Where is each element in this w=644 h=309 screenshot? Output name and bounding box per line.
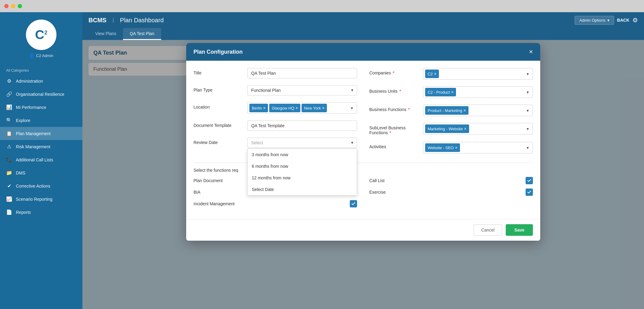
review-date-select[interactable]: Select ▼	[247, 138, 357, 148]
document-template-input[interactable]	[247, 120, 357, 131]
modal-overlay[interactable]: Plan Configuration × Title	[82, 40, 644, 309]
function-row-call-list: Call List	[369, 177, 533, 184]
scenario-reporting-icon: 📈	[6, 196, 12, 202]
business-units-tag-remove[interactable]: ×	[451, 90, 454, 94]
page-title: Plan Dashboard	[120, 17, 164, 24]
sublevel-tag-remove[interactable]: ×	[464, 127, 466, 131]
admin-options-label: Admin Options	[579, 18, 605, 23]
sublevel-business-functions-tags-input[interactable]: Marketing - Website × ▼	[423, 123, 533, 135]
sidebar-logo: C2 👤 C2 Admin	[0, 12, 82, 65]
sidebar-label-administration: Administration	[16, 79, 43, 84]
business-functions-tag-remove[interactable]: ×	[463, 108, 466, 113]
sublevel-business-functions-label: SubLevel Business Functions *	[369, 123, 418, 135]
form-row-sublevel-business-functions: SubLevel Business Functions * Marketing …	[369, 123, 533, 135]
topbar-right: Admin Options ▾ BACK ⚙	[575, 16, 638, 25]
sidebar-item-additional-call-lists[interactable]: 📞 Additional Call Lists	[0, 153, 82, 166]
logo-text: C2	[35, 27, 47, 42]
user-icon: 👤	[29, 53, 34, 58]
business-functions-arrow-icon: ▼	[526, 109, 530, 113]
save-button[interactable]: Save	[506, 224, 533, 236]
dropdown-item-select-date[interactable]: Select Date	[248, 184, 357, 195]
sidebar-item-risk-management[interactable]: ⚠ Risk Management	[0, 140, 82, 153]
dropdown-item-12months[interactable]: 12 months from now	[248, 172, 357, 184]
sidebar-section-label: All Categories	[0, 65, 82, 74]
business-units-arrow-icon: ▼	[526, 90, 530, 95]
sidebar-item-scenario-reporting[interactable]: 📈 Scenario Reporting	[0, 192, 82, 206]
user-label: C2 Admin	[36, 53, 53, 58]
modal-close-button[interactable]: ×	[529, 48, 533, 56]
title-input[interactable]	[247, 68, 357, 78]
form-grid: Title Plan Type	[194, 68, 533, 160]
sidebar-item-dms[interactable]: 📁 DMS	[0, 166, 82, 179]
function-incident-management-checkbox[interactable]	[350, 200, 357, 207]
business-units-tag-c2-product: C2 - Product ×	[425, 88, 456, 96]
business-functions-tag-product-marketing: Product - Marketing ×	[425, 106, 469, 115]
activities-arrow-icon: ▼	[526, 146, 530, 150]
cancel-button[interactable]: Cancel	[474, 224, 502, 236]
sublevel-tag-marketing-website: Marketing - Website ×	[425, 124, 469, 133]
dms-icon: 📁	[6, 170, 12, 176]
form-row-document-template: Document Template	[194, 120, 357, 131]
sidebar-item-explore[interactable]: 🔍 Explore	[0, 114, 82, 127]
window-minimize-button[interactable]	[11, 4, 15, 8]
sidebar-label-organisational-resilience: Organisational Resilience	[16, 92, 64, 97]
function-incident-management-label: Incident Management	[194, 201, 235, 206]
location-tag-glasgow-remove[interactable]: ×	[295, 106, 298, 110]
plan-type-select[interactable]: Functional Plan ▼	[247, 85, 357, 95]
business-units-tags-input[interactable]: C2 - Product × ▼	[423, 86, 533, 98]
sublevel-business-functions-control: Marketing - Website × ▼	[423, 123, 533, 135]
location-tag-newyork-remove[interactable]: ×	[322, 106, 324, 110]
window-maximize-button[interactable]	[18, 4, 22, 8]
review-date-control: Select ▼ 3 months from now 6 months from…	[247, 138, 357, 148]
admin-options-button[interactable]: Admin Options ▾	[575, 16, 614, 25]
sidebar-label-dms: DMS	[16, 171, 25, 175]
logo-circle: C2	[26, 20, 56, 50]
sidebar-item-reports[interactable]: 📄 Reports	[0, 206, 82, 219]
companies-control: C2 × ▼	[423, 68, 533, 80]
location-label: Location	[194, 102, 242, 110]
tab-qa-test-plan[interactable]: QA Test Plan	[123, 28, 161, 40]
form-row-business-units: Business Units * C2 - Product ×	[369, 86, 533, 98]
mi-performance-icon: 📊	[6, 104, 12, 110]
dropdown-item-3months[interactable]: 3 months from now	[248, 149, 357, 160]
function-plan-document-label: Plan Document	[194, 178, 223, 183]
function-exercise-label: Exercise	[369, 190, 386, 195]
sidebar-item-organisational-resilience[interactable]: 🔗 Organisational Resilience	[0, 88, 82, 101]
corrective-actions-icon: ✔	[6, 183, 12, 189]
sidebar-label-mi-performance: MI Performance	[16, 105, 46, 110]
title-label: Title	[194, 68, 242, 75]
function-exercise-checkbox[interactable]	[526, 189, 533, 196]
plan-type-value: Functional Plan	[251, 88, 281, 93]
sidebar-item-corrective-actions[interactable]: ✔ Corrective Actions	[0, 179, 82, 192]
sidebar-item-plan-management[interactable]: 📋 Plan Management	[0, 127, 82, 140]
back-button[interactable]: BACK	[617, 18, 629, 23]
companies-tags-input[interactable]: C2 × ▼	[423, 68, 533, 80]
sidebar: C2 👤 C2 Admin All Categories ⚙ Administr…	[0, 12, 82, 309]
function-row-exercise: Exercise	[369, 189, 533, 196]
modal-body: Title Plan Type	[186, 61, 540, 219]
document-template-label: Document Template	[194, 120, 242, 128]
dropdown-item-6months[interactable]: 6 months from now	[248, 160, 357, 172]
activities-tag-remove[interactable]: ×	[455, 146, 458, 150]
title-bar	[0, 0, 644, 12]
business-functions-label: Business Functions *	[369, 105, 418, 112]
sidebar-item-mi-performance[interactable]: 📊 MI Performance	[0, 101, 82, 114]
companies-tag-c2-remove[interactable]: ×	[434, 72, 436, 76]
function-call-list-checkbox[interactable]	[526, 177, 533, 184]
modal-footer: Cancel Save	[186, 219, 540, 241]
window-close-button[interactable]	[4, 4, 9, 8]
location-tags-input[interactable]: Berlin × Glasgow HQ ×	[247, 102, 357, 114]
function-call-list-label: Call List	[369, 178, 385, 183]
review-date-dropdown: 3 months from now 6 months from now 12 m…	[247, 149, 357, 196]
user-info: 👤 C2 Admin	[29, 53, 53, 60]
sidebar-item-administration[interactable]: ⚙ Administration	[0, 74, 82, 88]
gear-settings-button[interactable]: ⚙	[632, 16, 638, 24]
tab-view-plans[interactable]: View Plans	[89, 28, 123, 40]
function-bia-label: BIA	[194, 190, 201, 195]
form-right-column: Companies * C2 ×	[369, 68, 533, 160]
location-tag-berlin-remove[interactable]: ×	[263, 106, 266, 110]
business-functions-tags-input[interactable]: Product - Marketing × ▼	[423, 105, 533, 116]
activities-tags-input[interactable]: Website - SEO × ▼	[423, 142, 533, 153]
modal-header: Plan Configuration ×	[186, 43, 540, 61]
plan-management-icon: 📋	[6, 131, 12, 136]
